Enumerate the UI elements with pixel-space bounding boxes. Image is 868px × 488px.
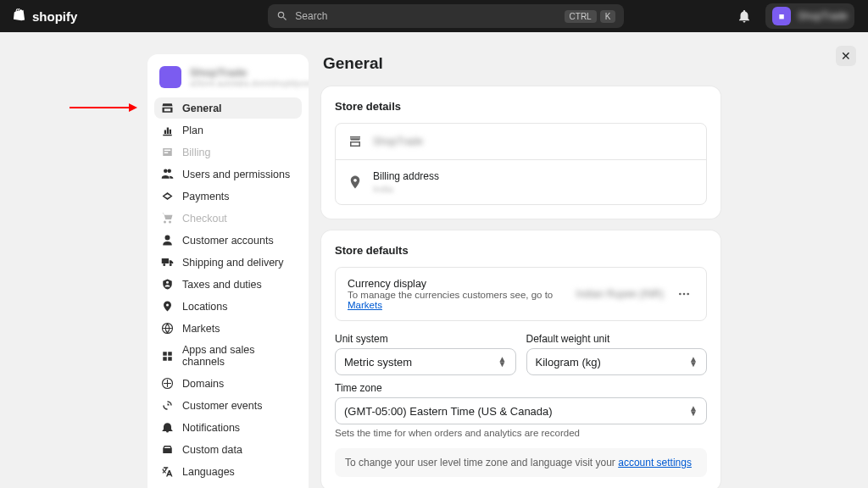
notifications-icon[interactable] <box>737 8 752 24</box>
avatar: ■ <box>772 7 791 25</box>
search-input[interactable]: Search <box>295 10 557 22</box>
brand-logo[interactable]: shopify <box>14 8 77 25</box>
brand-text: shopify <box>32 9 77 24</box>
search-icon <box>276 10 288 22</box>
topbar: shopify Search CTRL K ■ ShopTrade <box>0 0 868 32</box>
search-bar[interactable]: Search CTRL K <box>268 4 624 28</box>
search-kbd: CTRL K <box>565 10 616 23</box>
shopify-icon <box>14 8 29 25</box>
user-name: ShopTrade <box>798 10 848 22</box>
user-menu[interactable]: ■ ShopTrade <box>765 3 854 29</box>
